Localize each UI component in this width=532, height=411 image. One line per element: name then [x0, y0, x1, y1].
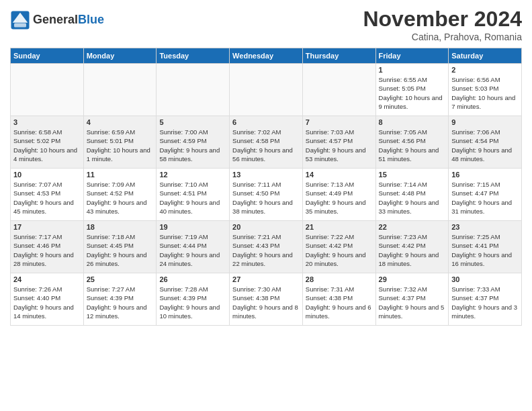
calendar-cell: 11Sunrise: 7:09 AM Sunset: 4:52 PM Dayli… [83, 169, 157, 221]
calendar-cell: 28Sunrise: 7:31 AM Sunset: 4:38 PM Dayli… [302, 273, 375, 326]
day-number: 2 [451, 66, 519, 74]
day-info: Sunrise: 6:55 AM Sunset: 5:05 PM Dayligh… [379, 75, 446, 111]
calendar-weekday-monday: Monday [83, 48, 157, 64]
day-info: Sunrise: 7:05 AM Sunset: 4:56 PM Dayligh… [379, 128, 446, 163]
day-number: 30 [451, 275, 519, 283]
day-number: 29 [379, 275, 446, 283]
page-container: GeneralBlue November 2024 Catina, Prahov… [0, 0, 532, 332]
day-info: Sunrise: 7:02 AM Sunset: 4:58 PM Dayligh… [232, 128, 300, 163]
day-number: 7 [306, 118, 373, 126]
header: GeneralBlue November 2024 Catina, Prahov… [10, 7, 522, 42]
day-info: Sunrise: 6:56 AM Sunset: 5:03 PM Dayligh… [451, 75, 519, 111]
calendar-cell: 4Sunrise: 6:59 AM Sunset: 5:01 PM Daylig… [83, 116, 157, 169]
day-info: Sunrise: 7:13 AM Sunset: 4:49 PM Dayligh… [306, 180, 373, 216]
day-info: Sunrise: 7:15 AM Sunset: 4:47 PM Dayligh… [451, 180, 519, 216]
day-number: 28 [306, 275, 373, 283]
calendar-cell: 6Sunrise: 7:02 AM Sunset: 4:58 PM Daylig… [230, 116, 303, 169]
calendar-weekday-sunday: Sunday [11, 48, 84, 64]
day-info: Sunrise: 7:23 AM Sunset: 4:42 PM Dayligh… [379, 232, 446, 268]
calendar-weekday-tuesday: Tuesday [157, 48, 230, 64]
calendar-cell: 16Sunrise: 7:15 AM Sunset: 4:47 PM Dayli… [449, 169, 522, 221]
calendar-cell: 3Sunrise: 6:58 AM Sunset: 5:02 PM Daylig… [11, 116, 84, 169]
day-info: Sunrise: 7:31 AM Sunset: 4:38 PM Dayligh… [306, 285, 373, 320]
day-number: 18 [87, 223, 154, 231]
calendar-weekday-saturday: Saturday [449, 48, 522, 64]
day-number: 10 [13, 171, 81, 179]
calendar-week-row: 24Sunrise: 7:26 AM Sunset: 4:40 PM Dayli… [11, 273, 522, 326]
day-number: 9 [451, 118, 519, 126]
day-number: 15 [379, 171, 446, 179]
calendar-cell: 20Sunrise: 7:21 AM Sunset: 4:43 PM Dayli… [230, 221, 303, 273]
calendar-cell: 10Sunrise: 7:07 AM Sunset: 4:53 PM Dayli… [11, 169, 84, 221]
day-info: Sunrise: 7:17 AM Sunset: 4:46 PM Dayligh… [13, 232, 81, 268]
calendar-cell: 1Sunrise: 6:55 AM Sunset: 5:05 PM Daylig… [375, 64, 449, 116]
calendar-cell: 12Sunrise: 7:10 AM Sunset: 4:51 PM Dayli… [157, 169, 230, 221]
day-number: 16 [451, 171, 519, 179]
calendar-week-row: 10Sunrise: 7:07 AM Sunset: 4:53 PM Dayli… [11, 169, 522, 221]
day-info: Sunrise: 7:06 AM Sunset: 4:54 PM Dayligh… [451, 128, 519, 163]
day-number: 5 [159, 118, 226, 126]
day-info: Sunrise: 7:11 AM Sunset: 4:50 PM Dayligh… [232, 180, 300, 216]
day-info: Sunrise: 7:27 AM Sunset: 4:39 PM Dayligh… [87, 285, 154, 320]
calendar-cell [230, 64, 303, 116]
day-info: Sunrise: 7:25 AM Sunset: 4:41 PM Dayligh… [451, 232, 519, 268]
calendar-header-row: SundayMondayTuesdayWednesdayThursdayFrid… [11, 48, 522, 64]
month-title: November 2024 [363, 7, 522, 32]
day-info: Sunrise: 7:03 AM Sunset: 4:57 PM Dayligh… [306, 128, 373, 163]
calendar-cell: 9Sunrise: 7:06 AM Sunset: 4:54 PM Daylig… [449, 116, 522, 169]
day-number: 22 [379, 223, 446, 231]
day-info: Sunrise: 7:32 AM Sunset: 4:37 PM Dayligh… [379, 285, 446, 320]
title-area: November 2024 Catina, Prahova, Romania [363, 7, 522, 42]
logo-icon [10, 10, 30, 30]
day-number: 13 [232, 171, 300, 179]
calendar-weekday-friday: Friday [375, 48, 449, 64]
day-number: 12 [159, 171, 226, 179]
calendar-cell: 18Sunrise: 7:18 AM Sunset: 4:45 PM Dayli… [83, 221, 157, 273]
day-info: Sunrise: 7:21 AM Sunset: 4:43 PM Dayligh… [232, 232, 300, 268]
day-number: 1 [379, 66, 446, 74]
day-number: 6 [232, 118, 300, 126]
logo-text: GeneralBlue [33, 13, 104, 27]
calendar-cell [83, 64, 157, 116]
calendar-cell [302, 64, 375, 116]
calendar-cell: 19Sunrise: 7:19 AM Sunset: 4:44 PM Dayli… [157, 221, 230, 273]
location: Catina, Prahova, Romania [363, 32, 522, 42]
calendar-cell: 8Sunrise: 7:05 AM Sunset: 4:56 PM Daylig… [375, 116, 449, 169]
day-number: 27 [232, 275, 300, 283]
day-info: Sunrise: 7:28 AM Sunset: 4:39 PM Dayligh… [159, 285, 226, 320]
svg-rect-2 [14, 24, 26, 28]
day-info: Sunrise: 7:19 AM Sunset: 4:44 PM Dayligh… [159, 232, 226, 268]
day-info: Sunrise: 7:14 AM Sunset: 4:48 PM Dayligh… [379, 180, 446, 216]
day-number: 26 [159, 275, 226, 283]
calendar-cell: 13Sunrise: 7:11 AM Sunset: 4:50 PM Dayli… [230, 169, 303, 221]
day-number: 20 [232, 223, 300, 231]
calendar-cell: 23Sunrise: 7:25 AM Sunset: 4:41 PM Dayli… [449, 221, 522, 273]
day-info: Sunrise: 6:59 AM Sunset: 5:01 PM Dayligh… [87, 128, 154, 163]
day-number: 24 [13, 275, 81, 283]
day-number: 23 [451, 223, 519, 231]
day-info: Sunrise: 7:07 AM Sunset: 4:53 PM Dayligh… [13, 180, 81, 216]
logo: GeneralBlue [10, 10, 104, 30]
day-number: 8 [379, 118, 446, 126]
calendar-cell: 27Sunrise: 7:30 AM Sunset: 4:38 PM Dayli… [230, 273, 303, 326]
day-number: 3 [13, 118, 81, 126]
day-number: 19 [159, 223, 226, 231]
day-number: 14 [306, 171, 373, 179]
day-info: Sunrise: 7:10 AM Sunset: 4:51 PM Dayligh… [159, 180, 226, 216]
day-info: Sunrise: 7:22 AM Sunset: 4:42 PM Dayligh… [306, 232, 373, 268]
calendar-cell: 22Sunrise: 7:23 AM Sunset: 4:42 PM Dayli… [375, 221, 449, 273]
day-number: 25 [87, 275, 154, 283]
calendar-week-row: 3Sunrise: 6:58 AM Sunset: 5:02 PM Daylig… [11, 116, 522, 169]
calendar-cell: 30Sunrise: 7:33 AM Sunset: 4:37 PM Dayli… [449, 273, 522, 326]
day-info: Sunrise: 7:33 AM Sunset: 4:37 PM Dayligh… [451, 285, 519, 320]
day-info: Sunrise: 7:30 AM Sunset: 4:38 PM Dayligh… [232, 285, 300, 320]
calendar-cell: 24Sunrise: 7:26 AM Sunset: 4:40 PM Dayli… [11, 273, 84, 326]
calendar-cell: 29Sunrise: 7:32 AM Sunset: 4:37 PM Dayli… [375, 273, 449, 326]
day-number: 17 [13, 223, 81, 231]
calendar-week-row: 1Sunrise: 6:55 AM Sunset: 5:05 PM Daylig… [11, 64, 522, 116]
calendar-cell: 21Sunrise: 7:22 AM Sunset: 4:42 PM Dayli… [302, 221, 375, 273]
calendar-cell: 25Sunrise: 7:27 AM Sunset: 4:39 PM Dayli… [83, 273, 157, 326]
day-number: 21 [306, 223, 373, 231]
calendar-cell: 5Sunrise: 7:00 AM Sunset: 4:59 PM Daylig… [157, 116, 230, 169]
day-number: 11 [87, 171, 154, 179]
